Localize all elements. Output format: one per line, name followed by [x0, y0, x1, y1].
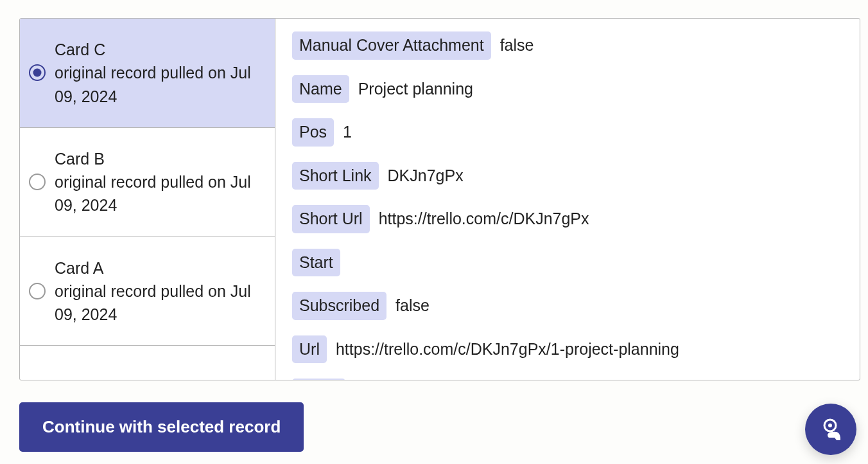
field-subscribed: Subscribed false	[292, 292, 843, 320]
record-title: Card A	[55, 259, 103, 277]
record-title: Card C	[55, 40, 105, 58]
field-name: Name Project planning	[292, 75, 843, 103]
record-subtitle: original record pulled on Jul 09, 2024	[55, 282, 251, 323]
record-details: Manual Cover Attachment false Name Proje…	[275, 19, 860, 380]
help-chat-icon	[817, 416, 844, 443]
field-label: Start	[292, 249, 340, 277]
field-value: false	[500, 35, 534, 56]
field-label: Short Url	[292, 205, 370, 233]
record-subtitle: original record pulled on Jul 09, 2024	[55, 64, 251, 105]
field-value: 1	[343, 121, 352, 143]
svg-point-1	[828, 424, 832, 427]
field-label: Name	[292, 75, 349, 103]
field-cover: cover	[292, 379, 843, 380]
field-value: false	[395, 295, 430, 316]
field-short-url: Short Url https://trello.com/c/DKJn7gPx	[292, 205, 843, 233]
record-selector-panel: Card C original record pulled on Jul 09,…	[19, 18, 860, 380]
field-url: Url https://trello.com/c/DKJn7gPx/1-proj…	[292, 335, 843, 364]
field-label: cover	[292, 379, 345, 380]
record-item-card-b[interactable]: Card B original record pulled on Jul 09,…	[20, 128, 275, 237]
record-subtitle: original record pulled on Jul 09, 2024	[55, 173, 251, 214]
field-manual-cover-attachment: Manual Cover Attachment false	[292, 31, 843, 60]
field-value: Project planning	[358, 78, 473, 100]
field-pos: Pos 1	[292, 118, 843, 147]
radio-unselected-icon	[29, 283, 46, 299]
field-label: Subscribed	[292, 292, 386, 320]
field-short-link: Short Link DKJn7gPx	[292, 162, 843, 190]
field-value: DKJn7gPx	[388, 165, 464, 186]
record-item-card-a[interactable]: Card A original record pulled on Jul 09,…	[20, 237, 275, 346]
record-title: Card B	[55, 150, 105, 168]
continue-button[interactable]: Continue with selected record	[19, 402, 304, 452]
field-label: Manual Cover Attachment	[292, 31, 491, 60]
record-list: Card C original record pulled on Jul 09,…	[20, 19, 275, 380]
radio-selected-icon	[29, 64, 46, 81]
help-chat-button[interactable]	[805, 404, 856, 455]
field-start: Start	[292, 249, 843, 277]
field-value: https://trello.com/c/DKJn7gPx/1-project-…	[336, 339, 679, 360]
field-label: Short Link	[292, 162, 379, 190]
field-label: Url	[292, 335, 327, 364]
field-label: Pos	[292, 118, 334, 147]
radio-unselected-icon	[29, 174, 46, 190]
record-item-card-c[interactable]: Card C original record pulled on Jul 09,…	[20, 19, 275, 128]
field-value: https://trello.com/c/DKJn7gPx	[379, 208, 589, 229]
